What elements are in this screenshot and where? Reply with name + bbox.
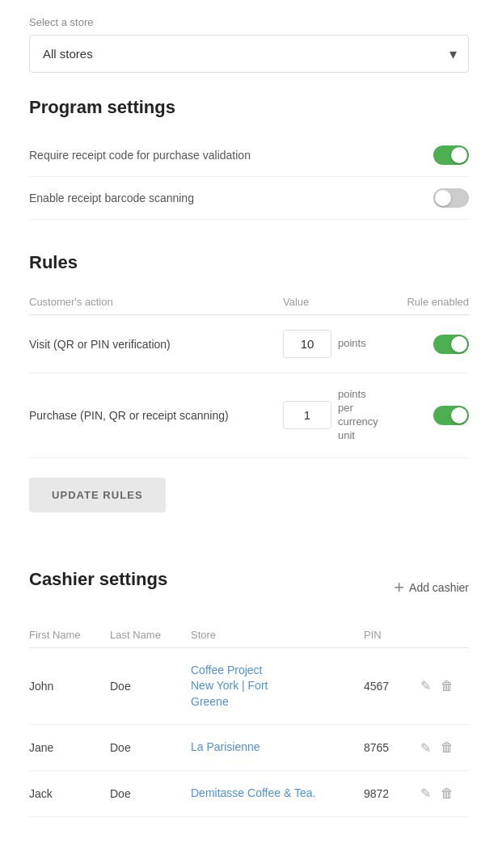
rules-title: Rules (29, 252, 469, 273)
visit-rule-toggle-cell (380, 335, 469, 354)
delete-icon[interactable]: 🗑 (441, 786, 454, 801)
program-settings-title: Program settings (29, 97, 469, 118)
rules-section: Rules Customer's action Value Rule enabl… (29, 252, 469, 545)
cashier-first-name: Jane (29, 741, 110, 754)
purchase-rule-toggle-cell (380, 406, 469, 425)
cashier-row: John Doe Coffee ProjectNew York | FortGr… (29, 648, 469, 726)
col-header-store: Store (191, 629, 364, 641)
cashier-settings-header: Cashier settings + Add cashier (29, 569, 469, 606)
col-header-actions (420, 629, 469, 641)
receipt-code-setting: Require receipt code for purchase valida… (29, 134, 469, 177)
cashier-first-name: Jack (29, 787, 110, 800)
visit-rule-toggle-thumb (451, 336, 467, 352)
plus-icon: + (394, 579, 404, 596)
purchase-rule-toggle[interactable] (433, 406, 469, 425)
barcode-scanning-toggle-thumb (435, 190, 451, 206)
cashier-last-name: Doe (110, 741, 191, 754)
cashier-last-name: Doe (110, 680, 191, 693)
add-cashier-label: Add cashier (409, 581, 469, 594)
purchase-rule-unit: points percurrency unit (338, 388, 380, 443)
visit-rule-toggle[interactable] (433, 335, 469, 354)
edit-icon[interactable]: ✎ (420, 740, 431, 756)
cashier-actions: ✎ 🗑 (420, 786, 469, 801)
add-cashier-button[interactable]: + Add cashier (394, 579, 469, 596)
cashier-pin: 8765 (364, 741, 420, 754)
cashier-settings-title: Cashier settings (29, 569, 167, 590)
visit-rule-action: Visit (QR or PIN verification) (29, 338, 283, 351)
visit-rule-row: Visit (QR or PIN verification) points (29, 315, 469, 373)
cashier-actions: ✎ 🗑 (420, 678, 469, 693)
cashier-first-name: John (29, 680, 110, 693)
store-select[interactable]: All stores Coffee Project New York | For… (30, 36, 468, 72)
cashier-store: Demitasse Coffee & Tea. (191, 786, 364, 802)
purchase-rule-action: Purchase (PIN, QR or receipt scanning) (29, 409, 283, 422)
visit-rule-value-wrapper: points (283, 330, 380, 358)
store-selector-section: Select a store All stores Coffee Project… (29, 16, 469, 73)
visit-rule-value-input[interactable] (283, 330, 331, 358)
receipt-code-toggle-track[interactable] (433, 145, 469, 165)
cashier-actions: ✎ 🗑 (420, 740, 469, 756)
cashier-store: La Parisienne (191, 739, 364, 756)
purchase-rule-toggle-track[interactable] (433, 406, 469, 425)
barcode-scanning-toggle-track[interactable] (433, 188, 469, 208)
cashier-last-name: Doe (110, 787, 191, 800)
cashier-row: Jane Doe La Parisienne 8765 ✎ 🗑 (29, 725, 469, 771)
visit-rule-unit: points (338, 337, 366, 351)
col-header-last-name: Last Name (110, 629, 191, 641)
barcode-scanning-toggle[interactable] (433, 188, 469, 208)
store-select-wrapper: All stores Coffee Project New York | For… (29, 35, 469, 73)
purchase-rule-toggle-thumb (451, 407, 467, 423)
edit-icon[interactable]: ✎ (420, 786, 431, 801)
barcode-scanning-setting: Enable receipt barcode scanning (29, 177, 469, 220)
cashier-pin: 9872 (364, 787, 420, 800)
visit-rule-toggle-track[interactable] (433, 335, 469, 354)
barcode-scanning-label: Enable receipt barcode scanning (29, 192, 194, 204)
receipt-code-toggle[interactable] (433, 145, 469, 165)
col-header-action: Customer's action (29, 296, 283, 308)
col-header-first-name: First Name (29, 629, 110, 641)
receipt-code-label: Require receipt code for purchase valida… (29, 149, 251, 162)
purchase-rule-row: Purchase (PIN, QR or receipt scanning) p… (29, 373, 469, 458)
cashier-store: Coffee ProjectNew York | FortGreene (191, 663, 364, 710)
col-header-value: Value (283, 296, 380, 308)
rules-table-header: Customer's action Value Rule enabled (29, 289, 469, 315)
delete-icon[interactable]: 🗑 (441, 740, 454, 755)
store-selector-label: Select a store (29, 16, 469, 28)
cashier-pin: 4567 (364, 680, 420, 693)
purchase-rule-value-input[interactable] (283, 401, 331, 429)
purchase-rule-value-wrapper: points percurrency unit (283, 388, 380, 443)
program-settings-section: Program settings Require receipt code fo… (29, 97, 469, 220)
cashier-settings-section: Cashier settings + Add cashier First Nam… (29, 569, 469, 817)
col-header-pin: PIN (364, 629, 420, 641)
update-rules-button[interactable]: UPDATE RULES (29, 478, 166, 512)
col-header-enabled: Rule enabled (380, 296, 469, 308)
receipt-code-toggle-thumb (451, 147, 467, 163)
cashier-row: Jack Doe Demitasse Coffee & Tea. 9872 ✎ … (29, 771, 469, 817)
delete-icon[interactable]: 🗑 (441, 679, 454, 693)
cashier-table-header: First Name Last Name Store PIN (29, 622, 469, 648)
edit-icon[interactable]: ✎ (420, 678, 431, 693)
